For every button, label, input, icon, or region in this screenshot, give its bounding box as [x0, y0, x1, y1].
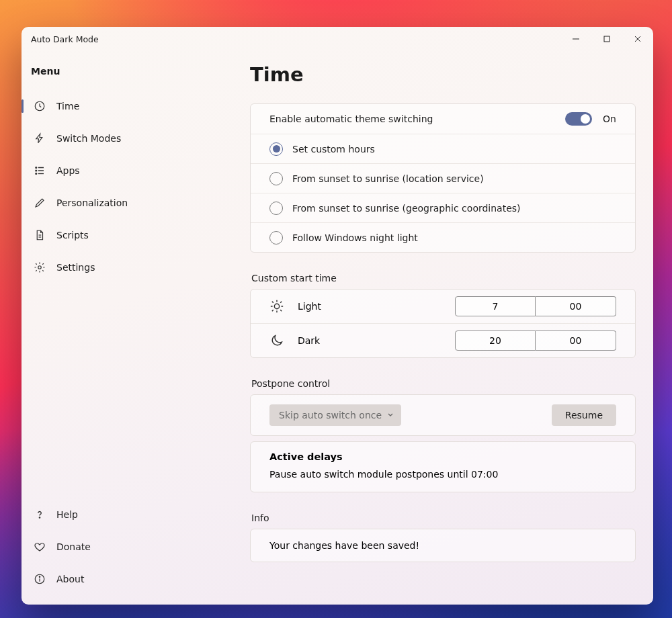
- postpone-card: Skip auto switch once Resume: [250, 394, 636, 436]
- sidebar-item-donate[interactable]: Donate: [26, 533, 246, 560]
- mode-option-label: From sunset to sunrise (location service…: [292, 173, 484, 184]
- help-icon: [34, 509, 46, 521]
- minimize-button[interactable]: [560, 27, 591, 51]
- mode-option-custom-hours[interactable]: Set custom hours: [251, 134, 635, 163]
- info-icon: [34, 573, 46, 585]
- mode-option-label: Follow Windows night light: [292, 232, 418, 243]
- sidebar-item-help[interactable]: Help: [26, 501, 246, 528]
- dark-time-row: Dark 20 00: [251, 323, 635, 357]
- resume-button[interactable]: Resume: [552, 404, 616, 426]
- postpone-row: Skip auto switch once Resume: [251, 395, 635, 435]
- bolt-icon: [34, 132, 46, 144]
- minimize-icon: [572, 35, 580, 43]
- sidebar-item-label: Scripts: [56, 230, 89, 240]
- document-icon: [34, 229, 46, 241]
- sun-icon: [269, 299, 284, 314]
- sidebar-heading: Menu: [26, 63, 246, 90]
- titlebar: Auto Dark Mode: [22, 27, 653, 51]
- sidebar-item-scripts[interactable]: Scripts: [26, 222, 246, 249]
- mode-card: Enable automatic theme switching On Set …: [250, 103, 636, 253]
- sidebar-item-apps[interactable]: Apps: [26, 157, 246, 184]
- mode-option-label: From sunset to sunrise (geographic coord…: [292, 203, 521, 214]
- svg-point-5: [36, 167, 37, 169]
- page-title: Time: [250, 63, 636, 86]
- mode-option-location[interactable]: From sunset to sunrise (location service…: [251, 163, 635, 193]
- enable-switching-row: Enable automatic theme switching On: [251, 104, 635, 134]
- sidebar-item-label: Switch Modes: [56, 133, 121, 144]
- svg-rect-1: [604, 36, 610, 42]
- svg-point-18: [274, 304, 279, 308]
- pen-icon: [34, 197, 46, 209]
- custom-start-card: Light 7 00 Dark 20 00: [250, 289, 636, 358]
- sidebar-item-label: Time: [56, 101, 79, 112]
- sidebar-item-time[interactable]: Time: [26, 93, 246, 120]
- active-delays-card: Active delays Pause auto switch module p…: [250, 441, 636, 492]
- sidebar-item-label: Help: [56, 509, 78, 520]
- skip-switch-combo[interactable]: Skip auto switch once: [269, 404, 401, 426]
- mode-option-night-light[interactable]: Follow Windows night light: [251, 222, 635, 252]
- svg-point-13: [38, 266, 42, 269]
- sidebar-item-personalization[interactable]: Personalization: [26, 189, 246, 216]
- enable-switching-state: On: [603, 114, 616, 124]
- skip-switch-combo-label: Skip auto switch once: [279, 410, 382, 421]
- content: Time Enable automatic theme switching On…: [250, 51, 653, 605]
- svg-point-9: [36, 173, 37, 175]
- active-delays-heading: Active delays: [269, 451, 616, 462]
- dark-hour-input[interactable]: 20: [455, 330, 536, 351]
- light-minute-input[interactable]: 00: [536, 296, 616, 316]
- sidebar-item-about[interactable]: About: [26, 566, 246, 592]
- chevron-down-icon: [386, 410, 394, 421]
- close-icon: [634, 35, 642, 43]
- app-window: Auto Dark Mode Menu Time: [22, 27, 653, 605]
- sidebar: Menu Time Switch Modes Apps Personalizat…: [22, 51, 250, 605]
- sidebar-item-label: Donate: [56, 541, 91, 552]
- light-label: Light: [298, 301, 321, 312]
- sidebar-item-label: Personalization: [56, 197, 128, 208]
- maximize-icon: [603, 35, 611, 43]
- custom-start-heading: Custom start time: [251, 273, 636, 283]
- window-controls: [560, 27, 653, 51]
- enable-switching-label: Enable automatic theme switching: [269, 114, 433, 124]
- heart-icon: [34, 541, 46, 553]
- info-card: Your changes have been saved!: [250, 529, 636, 562]
- dark-label: Dark: [298, 335, 320, 346]
- body: Menu Time Switch Modes Apps Personalizat…: [22, 51, 653, 605]
- sidebar-nav: Time Switch Modes Apps Personalization S: [26, 90, 246, 283]
- mode-option-label: Set custom hours: [292, 144, 375, 154]
- light-hour-input[interactable]: 7: [455, 296, 536, 316]
- sidebar-item-label: Apps: [56, 165, 80, 176]
- moon-icon: [269, 333, 284, 348]
- clock-icon: [34, 100, 46, 112]
- close-button[interactable]: [622, 27, 653, 51]
- enable-switching-toggle-wrap: On: [565, 112, 616, 126]
- radio-icon: [269, 231, 283, 245]
- svg-point-7: [36, 170, 37, 171]
- info-text: Your changes have been saved!: [251, 529, 635, 562]
- sidebar-item-label: Settings: [56, 262, 95, 273]
- sidebar-item-switch-modes[interactable]: Switch Modes: [26, 125, 246, 152]
- list-icon: [34, 165, 46, 177]
- mode-option-coordinates[interactable]: From sunset to sunrise (geographic coord…: [251, 193, 635, 222]
- radio-icon: [269, 202, 283, 215]
- postpone-heading: Postpone control: [251, 378, 636, 389]
- sidebar-item-label: About: [56, 574, 84, 584]
- info-heading: Info: [251, 513, 636, 523]
- resume-button-label: Resume: [565, 410, 603, 421]
- svg-point-14: [39, 517, 40, 518]
- radio-icon: [269, 142, 283, 156]
- active-delays-text: Pause auto switch module postpones until…: [269, 469, 616, 480]
- enable-switching-toggle[interactable]: [565, 112, 592, 126]
- dark-minute-input[interactable]: 00: [536, 330, 616, 351]
- window-title: Auto Dark Mode: [31, 34, 99, 44]
- sidebar-item-settings[interactable]: Settings: [26, 254, 246, 281]
- sidebar-footer-nav: Help Donate About: [26, 498, 246, 595]
- svg-point-17: [39, 576, 40, 577]
- gear-icon: [34, 261, 46, 273]
- light-time-row: Light 7 00: [251, 290, 635, 323]
- maximize-button[interactable]: [591, 27, 622, 51]
- radio-icon: [269, 172, 283, 185]
